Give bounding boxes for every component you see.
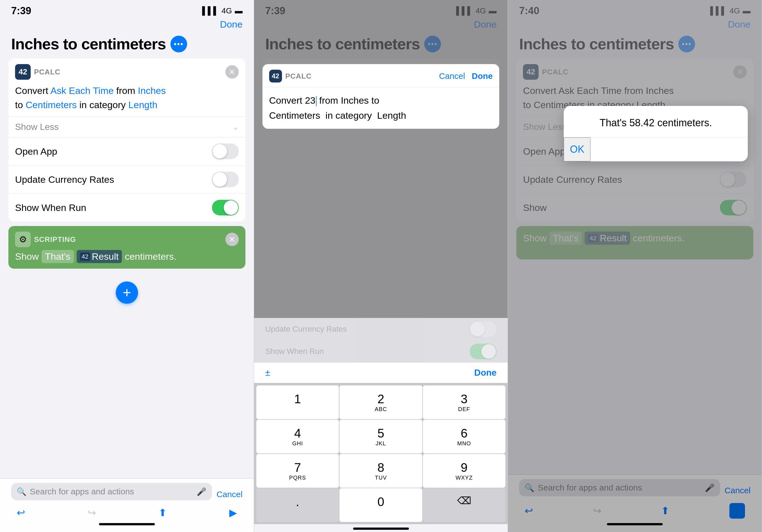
toggle-thumb (224, 200, 238, 215)
more-dots-icon: ••• (174, 40, 184, 48)
pcalc-close-btn[interactable]: ✕ (225, 65, 239, 79)
dialog-body: Convert 23 from Inches to Centimeters in… (263, 87, 499, 129)
phone-panel-2: 7:39 ▌▌▌ 4G ▬ Done Inches to centimeters… (254, 0, 508, 532)
key-4[interactable]: 4 GHI (256, 420, 339, 453)
key-7[interactable]: 7 PQRS (256, 454, 339, 488)
result-divider (564, 137, 748, 137)
title-row-1: Inches to centimeters ••• (0, 33, 254, 58)
update-currency-row: Update Currency Rates (8, 165, 246, 193)
pcalc-card-header-1: 42 PCALC ✕ (8, 58, 246, 84)
done-button-1[interactable]: Done (220, 19, 242, 30)
pcalc-label: PCALC (34, 68, 60, 76)
open-app-toggle[interactable] (212, 144, 239, 159)
update-currency-toggle[interactable] (212, 172, 239, 187)
dialog-done-btn[interactable]: Done (472, 71, 493, 81)
dialog-actions: Cancel Done (439, 71, 493, 81)
home-indicator-2 (353, 528, 409, 530)
numpad-done-btn[interactable]: Done (474, 367, 496, 378)
phone-panel-3: 7:40 ▌▌▌ 4G ▬ Done Inches to centimeters… (508, 0, 762, 532)
inches-token[interactable]: Inches (138, 85, 166, 96)
numpad-section: Update Currency Rates Show When Run ± Do… (254, 318, 508, 532)
search-placeholder: Search for apps and actions (30, 487, 193, 496)
key-5[interactable]: 5 JKL (340, 420, 422, 453)
show-when-run-label-2: Show When Run (265, 347, 324, 356)
show-when-run-label: Show When Run (15, 202, 86, 213)
toolbar-row-1: ↩ ↪ ⬆ ▶ (11, 506, 243, 520)
page-header-1: Done (0, 19, 254, 33)
add-action-button[interactable]: + (116, 282, 138, 304)
result-dialog: That's 58.42 centimeters. OK (564, 106, 748, 161)
update-currency-label: Update Currency Rates (15, 174, 114, 185)
key-2[interactable]: 2 ABC (340, 385, 422, 419)
play-button[interactable]: ▶ (229, 507, 237, 519)
centimeters-text: centimeters. (125, 251, 176, 262)
result-ok-button[interactable]: OK (564, 137, 590, 161)
network-icon: 4G (221, 6, 232, 15)
pcalc-card-1: 42 PCALC ✕ Convert Ask Each Time from In… (8, 58, 246, 222)
scripting-card-1: ⚙ SCRIPTING ✕ Show That's 42 Result cent… (8, 226, 246, 269)
panel2-wrapper: 7:39 ▌▌▌ 4G ▬ Done Inches to centimeters… (254, 0, 508, 532)
page-title-1: Inches to centimeters (11, 35, 166, 53)
home-indicator-1 (99, 523, 155, 525)
thats-token[interactable]: That's (41, 250, 74, 263)
update-currency-toggle-2[interactable] (470, 321, 496, 337)
open-app-row: Open App (8, 137, 246, 165)
scripting-close-btn[interactable]: ✕ (225, 233, 239, 246)
dialog-cancel-btn[interactable]: Cancel (439, 71, 465, 81)
key-0[interactable]: 0 (340, 488, 422, 522)
redo-button[interactable]: ↪ (88, 507, 96, 519)
result-token[interactable]: 42 Result (77, 250, 122, 263)
dialog-pcalc-icon: 42 (269, 70, 282, 83)
bottom-bar-1: 🔍 Search for apps and actions 🎤 Cancel ↩… (0, 478, 254, 532)
show-less-label: Show Less (15, 122, 59, 132)
signal-icon: ▌▌▌ (202, 6, 219, 15)
undo-button[interactable]: ↩ (17, 507, 25, 519)
scripting-icon: ⚙ (15, 232, 31, 247)
panel3-wrapper: 7:40 ▌▌▌ 4G ▬ Done Inches to centimeters… (508, 0, 762, 532)
status-icons-1: ▌▌▌ 4G ▬ (202, 6, 243, 15)
more-button-1[interactable]: ••• (170, 36, 187, 52)
scripting-card-header: ⚙ SCRIPTING ✕ (8, 226, 246, 250)
show-when-run-toggle[interactable] (212, 200, 239, 215)
key-delete[interactable]: ⌫ (423, 488, 506, 522)
key-6[interactable]: 6 MNO (423, 420, 506, 453)
chevron-down-icon: ⌄ (232, 122, 239, 132)
scripting-body: Show That's 42 Result centimeters. (8, 250, 246, 269)
numpad-gap-row: Update Currency Rates (254, 318, 508, 340)
ask-each-time-token[interactable]: Ask Each Time (50, 85, 114, 96)
pcalc-icon: 42 (15, 64, 31, 80)
dialog-header: 42 PCALC Cancel Done (263, 64, 499, 87)
add-button-row: + (8, 273, 246, 312)
convert-dialog: 42 PCALC Cancel Done Convert 23 from Inc… (263, 64, 499, 129)
dialog-pcalc-label: PCALC (285, 72, 312, 81)
cancel-button[interactable]: Cancel (216, 490, 242, 499)
search-row: 🔍 Search for apps and actions 🎤 Cancel (11, 483, 243, 506)
scripting-label: SCRIPTING (34, 235, 76, 244)
key-3[interactable]: 3 DEF (423, 385, 506, 419)
key-dot[interactable]: . (256, 488, 339, 522)
key-9[interactable]: 9 WXYZ (423, 454, 506, 488)
key-1[interactable]: 1 (256, 385, 339, 419)
toggle-thumb (212, 144, 227, 159)
show-when-run-toggle-2[interactable] (470, 344, 496, 359)
length-token[interactable]: Length (128, 100, 157, 110)
pcalc-icon-small: 42 (80, 252, 90, 261)
centimeters-token[interactable]: Centimeters (26, 100, 77, 110)
open-app-label: Open App (15, 146, 57, 157)
numpad-header: ± Done (254, 363, 508, 383)
share-button[interactable]: ⬆ (158, 507, 167, 519)
numpad-symbol[interactable]: ± (265, 367, 270, 378)
phone-panel-1: 7:39 ▌▌▌ 4G ▬ Done Inches to centimeters… (0, 0, 254, 532)
result-message: That's 58.42 centimeters. (575, 117, 737, 129)
mic-icon: 🎤 (196, 487, 206, 496)
pcalc-title-row: 42 PCALC (15, 64, 60, 80)
status-bar-1: 7:39 ▌▌▌ 4G ▬ (0, 0, 254, 19)
delete-icon: ⌫ (457, 495, 471, 506)
search-icon: 🔍 (17, 487, 27, 496)
show-word: Show (15, 251, 39, 262)
battery-icon: ▬ (235, 6, 243, 15)
show-when-run-row-2: Show When Run (254, 340, 508, 363)
show-less-row-1[interactable]: Show Less ⌄ (8, 116, 246, 137)
key-8[interactable]: 8 TUV (340, 454, 422, 488)
search-bar-1[interactable]: 🔍 Search for apps and actions 🎤 (11, 483, 212, 500)
